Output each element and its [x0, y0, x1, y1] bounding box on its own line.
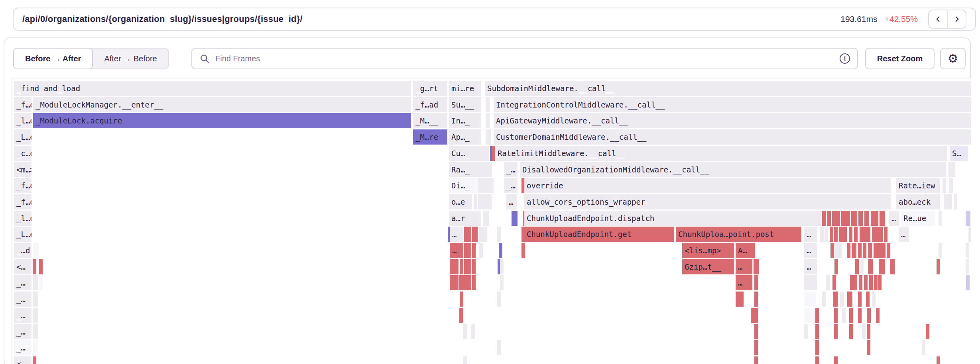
flame-frame-sliver[interactable]	[847, 243, 850, 258]
flame-frame-sliver[interactable]	[968, 227, 971, 242]
flame-frame-sliver[interactable]	[497, 227, 501, 242]
flamegraph[interactable]: _find_and_load_g…rtmi…reSubdomainMiddlew…	[12, 78, 971, 364]
flame-frame[interactable]: <…	[14, 259, 31, 274]
previous-button[interactable]	[929, 10, 947, 28]
flame-frame-sliver[interactable]	[488, 162, 492, 177]
flame-frame-sliver[interactable]	[822, 211, 826, 226]
flame-frame[interactable]: Su…__	[449, 97, 481, 112]
flame-frame-sliver[interactable]	[842, 308, 846, 323]
flame-frame-sliver[interactable]	[464, 227, 471, 242]
flame-frame-sliver[interactable]	[939, 243, 942, 258]
flame-frame-sliver[interactable]	[815, 324, 819, 339]
flame-frame[interactable]: a…r	[449, 211, 481, 226]
flame-frame[interactable]: o…e	[449, 194, 472, 209]
flame-frame-sliver[interactable]	[877, 243, 881, 258]
flame-frame-sliver[interactable]	[834, 243, 838, 258]
flame-frame-sliver[interactable]	[849, 227, 852, 242]
flame-frame[interactable]: <lis…mp>	[682, 243, 734, 258]
flame-frame[interactable]: mi…re	[449, 81, 481, 96]
flame-frame-sliver[interactable]	[826, 275, 830, 290]
flame-frame[interactable]: _M…__	[413, 113, 447, 128]
flame-frame-sliver[interactable]	[754, 356, 758, 364]
flame-frame-sliver[interactable]	[854, 227, 858, 242]
flame-frame-sliver[interactable]	[480, 178, 484, 193]
flame-frame[interactable]: _c…d	[14, 146, 31, 161]
flame-frame[interactable]: Rate…iew	[896, 178, 940, 193]
flame-frame-sliver[interactable]	[869, 275, 873, 290]
flame-frame-sliver[interactable]	[820, 227, 824, 242]
flame-frame-sliver[interactable]	[871, 211, 874, 226]
flame-frame-sliver[interactable]	[815, 308, 819, 323]
flame-frame[interactable]: S…	[950, 146, 968, 161]
flame-frame-sliver[interactable]	[843, 227, 847, 242]
flame-frame[interactable]: …	[736, 275, 752, 290]
flame-frame-sliver[interactable]	[849, 324, 853, 339]
flame-frame-sliver[interactable]	[851, 211, 857, 226]
flame-frame-sliver[interactable]	[858, 292, 862, 307]
flame-frame-sliver[interactable]	[872, 292, 876, 307]
flame-frame-sliver[interactable]	[474, 227, 478, 242]
flame-frame-sliver[interactable]	[868, 243, 872, 258]
flame-frame-sliver[interactable]	[754, 275, 758, 290]
flame-frame[interactable]: _…	[14, 275, 31, 290]
flame-frame-sliver[interactable]	[878, 275, 882, 290]
flame-frame-sliver[interactable]	[864, 275, 868, 290]
flame-frame-sliver[interactable]	[879, 259, 885, 274]
flame-frame[interactable]: …	[804, 227, 817, 242]
flame-frame-sliver[interactable]	[926, 324, 929, 339]
flame-frame-sliver[interactable]	[841, 211, 850, 226]
flame-frame[interactable]: _L…e	[14, 129, 31, 145]
flame-frame[interactable]: _…d	[14, 243, 31, 258]
flame-frame-sliver[interactable]	[521, 243, 525, 258]
flame-frame-sliver[interactable]	[922, 340, 925, 355]
flame-frame-sliver[interactable]	[850, 275, 857, 290]
flame-frame-sliver[interactable]	[839, 227, 843, 242]
flame-frame[interactable]: …	[804, 243, 817, 258]
flame-frame[interactable]: _f…d	[14, 194, 31, 209]
flame-frame[interactable]: …	[889, 211, 899, 226]
flame-frame-sliver[interactable]	[876, 227, 879, 242]
flame-frame[interactable]: DisallowedOrganizationMiddleware.__call_…	[520, 162, 946, 177]
flame-frame-sliver[interactable]	[867, 227, 870, 242]
reset-zoom-button[interactable]: Reset Zoom	[865, 48, 935, 69]
flame-frame[interactable]: _ModuleLockManager.__enter__	[33, 97, 411, 112]
flame-frame[interactable]: _…	[14, 292, 31, 307]
flame-frame[interactable]: Di…_	[449, 178, 481, 193]
flame-frame[interactable]: IntegrationControlMiddleware.__call__	[494, 97, 971, 112]
flame-frame-sliver[interactable]	[876, 308, 880, 323]
flame-frame-sliver[interactable]	[838, 243, 842, 258]
flame-frame-sliver[interactable]	[949, 178, 953, 193]
flame-frame-sliver[interactable]	[949, 162, 955, 177]
flame-frame[interactable]: _g…rt	[413, 81, 447, 96]
flame-frame-sliver[interactable]	[887, 243, 890, 258]
flame-frame-sliver[interactable]	[827, 211, 831, 226]
flame-frame-sliver[interactable]	[833, 292, 838, 307]
flame-frame[interactable]: _f…d	[14, 97, 31, 112]
flame-frame[interactable]: …	[804, 259, 817, 274]
flame-frame[interactable]: _l…d	[14, 113, 31, 128]
flame-frame[interactable]: A…	[736, 243, 755, 258]
flame-frame-sliver[interactable]	[463, 356, 467, 364]
flame-frame-sliver[interactable]	[497, 340, 501, 355]
flame-frame[interactable]: <…	[14, 356, 31, 364]
flame-frame-sliver[interactable]	[852, 243, 856, 258]
flame-frame-sliver[interactable]	[488, 129, 491, 145]
flame-frame-sliver[interactable]	[866, 292, 870, 307]
flame-frame-sliver[interactable]	[464, 259, 471, 274]
flame-frame-sliver[interactable]	[849, 308, 853, 323]
flame-frame-sliver[interactable]	[804, 292, 816, 307]
flame-frame-sliver[interactable]	[33, 243, 39, 258]
flame-frame-sliver[interactable]	[804, 308, 816, 323]
flame-frame-sliver[interactable]	[815, 356, 819, 364]
flame-frame[interactable]: _l…d	[14, 211, 31, 226]
flame-frame-sliver[interactable]	[39, 275, 43, 290]
flame-frame-sliver[interactable]	[834, 324, 838, 339]
flame-frame-sliver[interactable]	[754, 340, 758, 355]
flame-frame-sliver[interactable]	[874, 243, 877, 258]
flame-frame[interactable]: …	[899, 227, 909, 242]
flame-frame-sliver[interactable]	[485, 211, 489, 226]
flame-frame-sliver[interactable]	[966, 243, 969, 258]
flame-frame-sliver[interactable]	[512, 211, 518, 226]
flame-frame-sliver[interactable]	[479, 243, 483, 258]
flame-frame-sliver[interactable]	[862, 324, 866, 339]
